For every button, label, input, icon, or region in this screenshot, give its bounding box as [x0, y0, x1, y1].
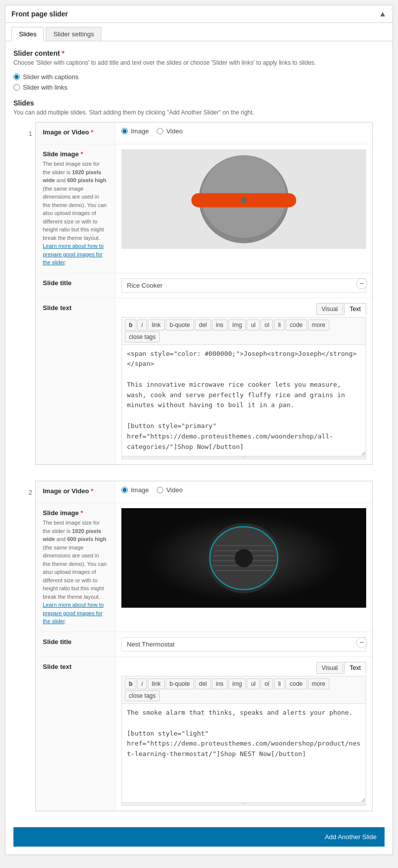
slide-1-title-label-col: Slide title [36, 273, 115, 298]
slide-2-ol-btn[interactable]: ol [261, 678, 273, 689]
slide-1-learn-more-link[interactable]: Learn more about how to prepare good ima… [43, 243, 103, 265]
slide-2-image-video-label: Image or Video * [43, 487, 108, 495]
slide-2-image-radio[interactable] [121, 487, 128, 493]
slide-2-video-radio[interactable] [157, 487, 163, 493]
add-slide-bar: Add Another Slide [13, 827, 385, 847]
slide-2-link-btn[interactable]: link [148, 678, 165, 689]
slide-1-close-tags-btn[interactable]: close tags [125, 331, 160, 342]
slide-2-learn-more-link[interactable]: Learn more about how to prepare good ima… [43, 602, 103, 624]
tabs-bar: Slides Slider settings [5, 23, 393, 41]
slide-1-bold-btn[interactable]: b [125, 320, 136, 330]
slide-1-image-option[interactable]: Image [121, 127, 149, 135]
slide-1-number: 1 [25, 122, 35, 137]
slide-1-ul-btn[interactable]: ul [247, 320, 259, 330]
slide-2-text-label-col: Slide text [36, 657, 115, 811]
slide-2-title-label: Slide title [43, 638, 108, 646]
slide-1-minus-btn[interactable]: − [356, 278, 367, 289]
slide-1-more-btn[interactable]: more [308, 320, 329, 330]
slider-with-links-option[interactable]: Slider with links [13, 84, 385, 91]
slide-1-image-label: Slide image * [43, 150, 108, 158]
slide-1-li-btn[interactable]: li [274, 320, 285, 330]
slide-1-visual-btn[interactable]: Visual [316, 303, 343, 315]
slide-1-image-video-label-col: Image or Video * [36, 122, 115, 144]
slide-2-visual-btn[interactable]: Visual [316, 662, 343, 674]
slide-2-text-btn[interactable]: Text [344, 662, 366, 674]
slides-section-title: Slides [13, 99, 385, 107]
slide-2-editor-content[interactable]: The smoke alarm that thinks, speaks and … [121, 703, 366, 803]
slide-1-italic-btn[interactable]: i [137, 320, 147, 330]
slider-captions-radio[interactable] [13, 74, 20, 80]
slide-2-img-btn[interactable]: img [228, 678, 246, 689]
slide-1-card: Image or Video * Image [35, 122, 373, 465]
slide-2-minus-btn[interactable]: − [356, 637, 367, 648]
slide-2-image-preview[interactable] [121, 508, 366, 608]
widget-title: Front page slider [11, 10, 68, 18]
slide-2-more-btn[interactable]: more [308, 678, 329, 689]
slide-1-bquote-btn[interactable]: b-quote [166, 320, 194, 330]
slide-1-image-radio[interactable] [121, 128, 128, 134]
slide-2-title-label-col: Slide title [36, 632, 115, 656]
slide-1-ol-btn[interactable]: ol [261, 320, 273, 330]
slider-links-radio[interactable] [13, 84, 20, 91]
slide-2-close-tags-btn[interactable]: close tags [125, 690, 160, 701]
slide-2-text-label: Slide text [43, 663, 108, 670]
slide-2-bquote-btn[interactable]: b-quote [166, 678, 194, 689]
tab-slides[interactable]: Slides [11, 27, 44, 41]
slide-1-resize-handle[interactable]: ⋯ [121, 456, 366, 459]
slide-1-image-svg [121, 149, 366, 249]
slider-links-label: Slider with links [23, 84, 68, 91]
slide-2-title-row: Slide title − [36, 632, 372, 657]
slide-1-editor-toolbar: Visual Text [121, 303, 366, 315]
slide-2-formatting-toolbar: b i link b-quote del ins img ul ol li [121, 676, 366, 703]
slider-with-captions-option[interactable]: Slider with captions [13, 73, 385, 81]
slide-2-bold-btn[interactable]: b [125, 678, 136, 689]
slide-2-image-svg [121, 508, 366, 608]
slide-2-image-video-content: Image Video [115, 481, 372, 503]
slide-1-title-label: Slide title [43, 279, 108, 287]
slide-2-card: Image or Video * Image [35, 481, 373, 811]
slide-2-code-btn[interactable]: code [286, 678, 306, 689]
slide-2-ul-btn[interactable]: ul [247, 678, 259, 689]
slide-2-ins-btn[interactable]: ins [212, 678, 227, 689]
tab-slider-settings[interactable]: Slider settings [46, 27, 101, 41]
slide-2-image-row: Slide image * The best image size for th… [36, 503, 372, 632]
slide-2-title-input[interactable] [121, 637, 366, 651]
slide-2-resize-handle[interactable]: ⋯ [121, 803, 366, 806]
slide-1-img-btn[interactable]: img [228, 320, 246, 330]
slide-2-image-option[interactable]: Image [121, 486, 149, 494]
slide-1-video-option[interactable]: Video [157, 127, 183, 135]
widget-toggle-icon[interactable]: ▲ [379, 9, 387, 18]
slide-1-image-video-row: Image or Video * Image [36, 122, 372, 144]
slide-1-code-btn[interactable]: code [286, 320, 306, 330]
slider-content-label: Slider content * [13, 49, 385, 57]
slide-1-title-input[interactable] [121, 278, 366, 293]
slide-2-del-btn[interactable]: del [195, 678, 211, 689]
slide-2-li-btn[interactable]: li [274, 678, 285, 689]
slide-1-media-type-group: Image Video [121, 127, 366, 135]
slide-2-image-video-row: Image or Video * Image [36, 481, 372, 503]
slide-2-text-row: Slide text Visual Text [36, 657, 372, 811]
slide-2-image-desc: The best image size for the slider is 19… [43, 519, 108, 626]
slide-1-link-btn[interactable]: link [148, 320, 165, 330]
slide-1-image-video-content: Image Video [115, 122, 372, 144]
slide-1-image-label: Image [131, 127, 149, 135]
slide-1-image-desc: The best image size for the slider is 19… [43, 160, 108, 267]
slide-1-del-btn[interactable]: del [195, 320, 211, 330]
slide-1-ins-btn[interactable]: ins [212, 320, 227, 330]
slider-captions-label: Slider with captions [23, 73, 79, 81]
slide-1-image-preview-col [115, 144, 372, 273]
slider-content-desc: Choose 'Slider with captions' to add tit… [13, 59, 385, 66]
slide-1-wrapper: 1 Image or Video * Image [25, 122, 373, 473]
slide-1-editor-content[interactable]: <span style="color: #000000;">Joseph<str… [121, 344, 366, 457]
slide-1-image-preview[interactable] [121, 149, 366, 249]
slide-2-video-option[interactable]: Video [157, 486, 183, 494]
slide-2-number: 2 [25, 481, 35, 496]
slide-1-video-radio[interactable] [157, 128, 163, 134]
slide-1-text-btn[interactable]: Text [344, 303, 366, 315]
slide-2-italic-btn[interactable]: i [137, 678, 147, 689]
slide-2-image-preview-col [115, 503, 372, 632]
slide-1-text-content-col: Visual Text b i link b-quote del [115, 298, 372, 465]
add-another-slide-button[interactable]: Add Another Slide [325, 833, 377, 841]
slide-2-image-video-label-col: Image or Video * [36, 481, 115, 503]
slider-content-options: Slider with captions Slider with links [13, 73, 385, 91]
